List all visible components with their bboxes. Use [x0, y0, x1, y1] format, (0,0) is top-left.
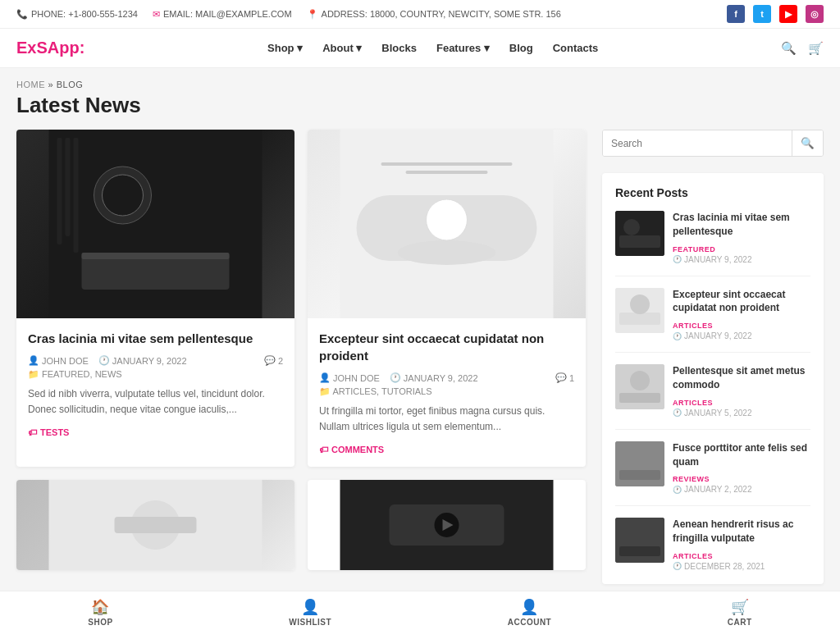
recent-post-1-info: Cras lacinia mi vitae sem pellentesque F…	[673, 211, 810, 264]
location-icon: 📍	[307, 9, 318, 20]
header-icons: 🔍 🛒	[781, 41, 824, 56]
nav-blocks[interactable]: Blocks	[381, 42, 417, 54]
recent-post-1-title[interactable]: Cras lacinia mi vitae sem pellentesque	[673, 211, 810, 239]
date-icon-4: 🕐	[673, 486, 682, 494]
recent-post-1-badge: FEATURED	[673, 245, 715, 253]
search-input[interactable]	[603, 130, 792, 156]
twitter-icon[interactable]: t	[753, 5, 771, 23]
recent-post-3-image[interactable]	[615, 364, 664, 409]
nav-about[interactable]: About ▾	[322, 42, 362, 54]
blog-card-1-meta: 👤 JOHN DOE 🕐 JANUARY 9, 2022 💬	[28, 355, 283, 366]
blog-card-1-date-wrap: 🕐 JANUARY 9, 2022	[98, 355, 187, 366]
phone-info: 📞 PHONE: +1-800-555-1234	[16, 9, 138, 20]
recent-post-5-image[interactable]	[615, 518, 664, 563]
svg-rect-21	[615, 211, 664, 256]
recent-post-3-date: 🕐 JANUARY 5, 2022	[673, 409, 810, 418]
recent-posts-section: Recent Posts Cras lacinia mi vitae sem p…	[602, 173, 824, 584]
svg-rect-2	[82, 253, 230, 259]
breadcrumb-home[interactable]: HOME	[16, 80, 45, 89]
cart-icon[interactable]: 🛒	[808, 41, 824, 56]
blog-card-1-author: 👤 JOHN DOE	[28, 355, 89, 366]
recent-post-1: Cras lacinia mi vitae sem pellentesque F…	[615, 211, 810, 276]
account-icon: 👤	[520, 598, 539, 616]
blog-card-4-image[interactable]	[308, 480, 586, 570]
top-bar-left: 📞 PHONE: +1-800-555-1234 ✉ EMAIL: MAIL@E…	[16, 9, 561, 20]
address-text: ADDRESS: 18000, COUNTRY, NEWCITY, SOME S…	[322, 9, 561, 19]
recent-post-2-image[interactable]	[615, 288, 664, 333]
blog-card-1-title[interactable]: Cras lacinia mi vitae sem pellentesque	[28, 330, 283, 347]
blog-card-2: Excepteur sint occaecat cupidatat non pr…	[308, 130, 586, 467]
blog-card-1-excerpt: Sed id nibh viverra, vulputate tellus ve…	[28, 386, 283, 418]
logo[interactable]: ExSApp:	[16, 39, 84, 57]
folder-icon: 📁	[28, 369, 39, 379]
nav-blog[interactable]: Blog	[509, 42, 533, 54]
svg-rect-33	[619, 546, 660, 556]
logo-prefix: Ex	[16, 39, 36, 57]
recent-post-2-badge: ARTICLES	[673, 322, 713, 330]
email-icon: ✉	[153, 9, 160, 20]
bottom-nav-account[interactable]: 👤 ACCOUNT	[508, 598, 552, 627]
breadcrumb-current: BLOG	[57, 80, 84, 89]
address-info: 📍 ADDRESS: 18000, COUNTRY, NEWCITY, SOME…	[307, 9, 561, 20]
recent-post-2: Excepteur sint occaecat cupidatat non pr…	[615, 288, 810, 354]
social-links: f t ▶ ◎	[727, 5, 824, 23]
blog-card-1-image[interactable]	[16, 130, 294, 318]
recent-post-5-badge: ARTICLES	[673, 552, 713, 560]
recent-post-4-title[interactable]: Fusce porttitor ante felis sed quam	[673, 441, 810, 469]
author-icon: 👤	[28, 355, 39, 366]
svg-rect-12	[406, 171, 488, 174]
search-button[interactable]: 🔍	[792, 130, 823, 156]
recent-post-2-info: Excepteur sint occaecat cupidatat non pr…	[673, 288, 810, 341]
instagram-icon[interactable]: ◎	[806, 5, 824, 23]
blog-card-1-cats: 📁 FEATURED, NEWS	[28, 369, 283, 380]
date-icon: 🕐	[673, 255, 682, 263]
email-info: ✉ EMAIL: MAIL@EXAMPLE.COM	[153, 9, 292, 20]
folder-icon-2: 📁	[319, 386, 331, 396]
author-icon-2: 👤	[319, 372, 331, 383]
date-icon-2: 🕐	[673, 332, 682, 340]
blog-card-1-comments: 💬 2	[264, 355, 283, 366]
blog-card-2-tag: 🏷 COMMENTS	[319, 445, 384, 454]
blog-card-2-date-wrap: 🕐 JANUARY 9, 2022	[390, 372, 478, 383]
recent-post-3-title[interactable]: Pellentesque sit amet metus commodo	[673, 364, 810, 392]
svg-point-26	[630, 294, 650, 314]
comment-icon-2: 💬	[555, 372, 567, 383]
blog-card-2-author: 👤 JOHN DOE	[319, 372, 380, 383]
svg-rect-11	[381, 162, 513, 166]
recent-post-5: Aenean hendrerit risus ac fringilla vulp…	[615, 518, 810, 571]
bottom-nav-shop[interactable]: 🏠 SHOP	[88, 598, 112, 627]
recent-post-4-badge: REVIEWS	[673, 475, 710, 483]
recent-post-4: Fusce porttitor ante felis sed quam REVI…	[615, 441, 810, 507]
facebook-icon[interactable]: f	[727, 5, 745, 23]
youtube-icon[interactable]: ▶	[779, 5, 797, 23]
page-wrap: HOME » BLOG Latest News	[0, 68, 840, 630]
svg-rect-22	[619, 235, 660, 248]
bottom-nav-wishlist[interactable]: 👤 WISHLIST	[289, 598, 331, 627]
recent-post-1-image[interactable]	[615, 211, 664, 256]
nav-contacts[interactable]: Contacts	[553, 42, 599, 54]
recent-post-2-title[interactable]: Excepteur sint occaecat cupidatat non pr…	[673, 288, 810, 316]
nav-shop[interactable]: Shop ▾	[267, 42, 303, 54]
tag-icon: 🏷	[28, 427, 37, 437]
recent-post-4-image[interactable]	[615, 441, 664, 486]
page-title: Latest News	[0, 93, 840, 130]
shop-icon: 🏠	[91, 598, 110, 616]
blog-card-2-date: JANUARY 9, 2022	[404, 373, 478, 383]
nav-features[interactable]: Features ▾	[436, 42, 490, 54]
recent-post-5-title[interactable]: Aenean hendrerit risus ac fringilla vulp…	[673, 518, 810, 546]
blog-card-2-image[interactable]	[308, 130, 586, 318]
blog-card-2-title[interactable]: Excepteur sint occaecat cupidatat non pr…	[319, 330, 574, 364]
recent-post-3-badge: ARTICLES	[673, 399, 713, 407]
phone-text: PHONE: +1-800-555-1234	[31, 9, 138, 19]
svg-point-4	[103, 175, 144, 216]
recent-post-3-info: Pellentesque sit amet metus commodo ARTI…	[673, 364, 810, 418]
recent-post-2-date: 🕐 JANUARY 9, 2022	[673, 331, 810, 340]
search-icon[interactable]: 🔍	[781, 41, 797, 56]
email-text: EMAIL: MAIL@EXAMPLE.COM	[163, 9, 292, 19]
bottom-nav: 🏠 SHOP 👤 WISHLIST 👤 ACCOUNT 🛒 CART	[0, 591, 840, 630]
blog-card-1: Cras lacinia mi vitae sem pellentesque 👤…	[16, 130, 294, 467]
sidebar-search: 🔍	[602, 130, 824, 157]
wishlist-icon: 👤	[301, 598, 320, 616]
blog-card-3-image[interactable]	[16, 480, 294, 570]
bottom-nav-cart[interactable]: 🛒 CART	[728, 598, 752, 627]
